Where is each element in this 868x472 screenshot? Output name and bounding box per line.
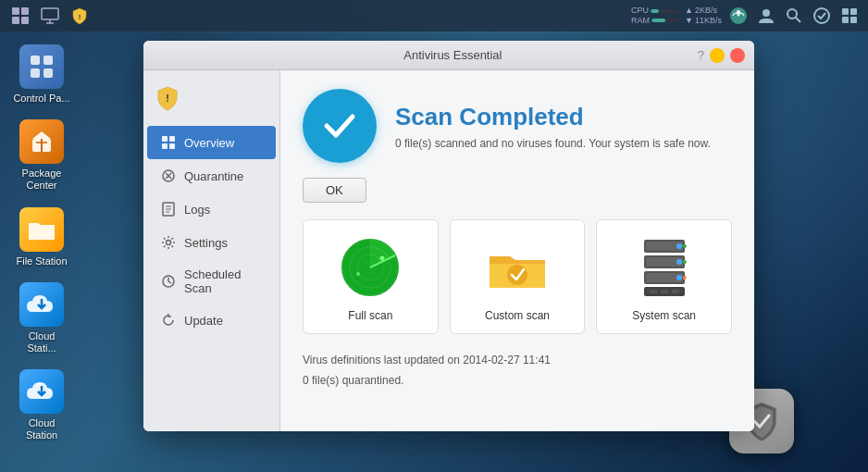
svg-point-52 [380, 256, 385, 261]
desktop-icons: Control Pa... Package Center File Statio… [9, 41, 74, 446]
svg-line-45 [168, 281, 171, 283]
svg-rect-14 [842, 8, 849, 15]
svg-rect-15 [850, 8, 857, 15]
svg-marker-23 [32, 131, 51, 139]
close-button[interactable]: ✕ [730, 48, 745, 63]
download-stat: ▼ 11KB/s [685, 16, 722, 26]
scan-options: Full scan Cus [303, 219, 732, 334]
scan-completed-subtitle: 0 file(s) scanned and no viruses found. … [395, 137, 711, 150]
window-title: Antivirus Essential [208, 48, 698, 62]
svg-rect-31 [162, 136, 167, 142]
sidebar-logo: ! [143, 78, 279, 126]
svg-point-13 [814, 8, 829, 23]
control-panel-icon[interactable]: Control Pa... [9, 41, 74, 108]
sidebar-quarantine-label: Quarantine [184, 169, 243, 183]
cloud-station-2-label: Cloud Station [13, 417, 70, 441]
package-center-icon[interactable]: Package Center [9, 116, 74, 195]
control-panel-label: Control Pa... [13, 93, 69, 105]
cpu-stat: CPU [631, 6, 679, 16]
svg-rect-0 [12, 7, 19, 15]
svg-rect-20 [31, 68, 40, 78]
footer-info: Virus definitions last updated on 2014-0… [303, 351, 732, 391]
svg-rect-69 [661, 290, 668, 293]
user-icon[interactable] [755, 5, 777, 27]
package-center-img [19, 119, 64, 164]
sidebar-item-settings[interactable]: Settings [147, 226, 276, 259]
search-icon[interactable] [783, 5, 805, 27]
svg-point-61 [676, 259, 682, 265]
svg-rect-34 [169, 143, 175, 149]
custom-scan-card[interactable]: Custom scan [450, 219, 586, 334]
sidebar-item-update[interactable]: Update [147, 304, 276, 337]
check-icon[interactable] [811, 5, 833, 27]
window-titlebar: Antivirus Essential ? − ✕ [143, 41, 754, 70]
full-scan-card[interactable]: Full scan [303, 219, 439, 334]
svg-rect-19 [43, 56, 53, 65]
taskbar-grid-button[interactable] [7, 3, 33, 29]
svg-point-42 [167, 241, 171, 245]
svg-point-58 [683, 244, 687, 248]
upload-stat: ▲ 2KB/s [685, 6, 722, 16]
scheduled-scan-icon [160, 273, 177, 290]
custom-scan-label: Custom scan [485, 309, 550, 322]
cloud-station-1-img [19, 282, 64, 327]
ok-button[interactable]: OK [303, 178, 366, 203]
network-icon[interactable] [727, 5, 750, 27]
sidebar-logs-label: Logs [184, 203, 210, 217]
virus-def-text: Virus definitions last updated on 2014-0… [303, 351, 732, 371]
sidebar: ! Overview [143, 70, 280, 431]
svg-point-54 [507, 265, 527, 285]
system-scan-card[interactable]: System scan [596, 219, 732, 334]
cloud-station-2-icon[interactable]: Cloud Station [9, 366, 74, 445]
file-station-icon[interactable]: File Station [9, 204, 74, 271]
control-panel-img [19, 44, 64, 89]
svg-rect-16 [842, 17, 849, 23]
svg-rect-1 [21, 7, 29, 15]
svg-rect-70 [672, 290, 679, 293]
svg-text:!: ! [166, 93, 169, 104]
svg-rect-33 [162, 143, 167, 149]
overview-icon [160, 134, 177, 151]
sidebar-settings-label: Settings [184, 236, 228, 250]
sidebar-item-logs[interactable]: Logs [147, 193, 276, 226]
full-scan-icon [338, 235, 403, 300]
taskbar-left: ! [7, 3, 93, 29]
full-scan-label: Full scan [348, 309, 392, 322]
sidebar-item-quarantine[interactable]: Quarantine [147, 159, 276, 193]
cloud-station-1-icon[interactable]: Cloud Stati... [9, 279, 74, 358]
taskbar-antivirus-button[interactable]: ! [67, 3, 93, 29]
custom-scan-icon [485, 235, 550, 300]
file-station-img [19, 207, 64, 252]
taskbar-right: CPU RAM ▲ 2KB/s ▼ 11KB/s [631, 5, 861, 27]
logs-icon [160, 201, 177, 217]
settings-icon [160, 234, 177, 251]
layout-icon[interactable] [838, 5, 861, 27]
update-icon [160, 312, 177, 329]
svg-rect-2 [12, 17, 19, 24]
antivirus-window: Antivirus Essential ? − ✕ ! [143, 41, 754, 431]
taskbar-monitor-button[interactable] [37, 3, 63, 29]
cloud-station-2-img [19, 369, 64, 414]
svg-rect-3 [21, 17, 29, 24]
svg-line-12 [796, 18, 800, 22]
minimize-button[interactable]: − [710, 48, 725, 63]
quarantine-icon [160, 168, 177, 184]
sidebar-item-scheduled-scan[interactable]: Scheduled Scan [147, 259, 276, 304]
system-scan-icon [632, 235, 697, 300]
taskbar: ! CPU RAM ▲ 2KB/s ▼ 11KB/s [0, 0, 868, 31]
sidebar-item-overview[interactable]: Overview [147, 126, 276, 159]
sidebar-update-label: Update [184, 314, 223, 328]
svg-point-57 [676, 243, 682, 249]
help-button[interactable]: ? [698, 48, 704, 63]
svg-point-62 [683, 260, 687, 264]
window-controls: ? − ✕ [698, 48, 745, 63]
sidebar-overview-label: Overview [184, 136, 234, 150]
antivirus-logo-icon: ! [155, 85, 180, 111]
svg-rect-68 [650, 290, 657, 293]
desktop: ! CPU RAM ▲ 2KB/s ▼ 11KB/s [0, 0, 868, 472]
network-stats: ▲ 2KB/s ▼ 11KB/s [685, 6, 722, 26]
window-body: ! Overview [143, 70, 754, 431]
quarantined-text: 0 file(s) quarantined. [303, 371, 732, 391]
svg-point-10 [763, 9, 770, 17]
sidebar-scheduled-scan-label: Scheduled Scan [184, 267, 263, 295]
